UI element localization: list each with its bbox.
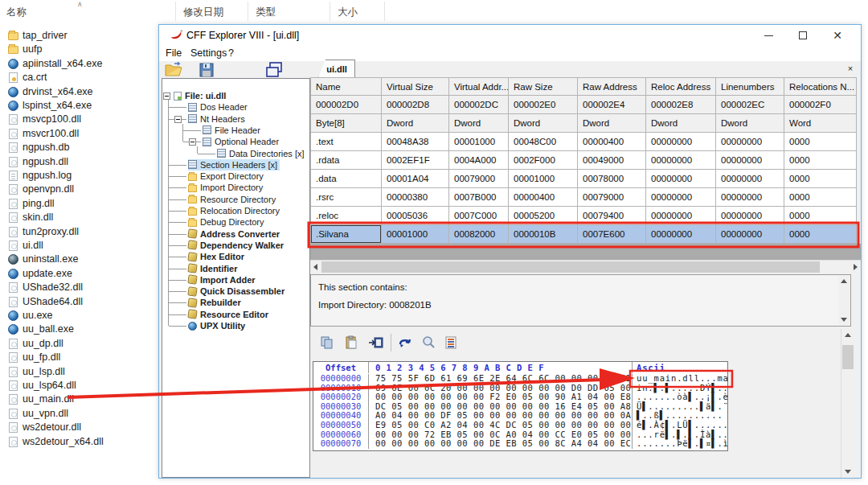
tab-ui-dll[interactable]: ui.dll xyxy=(318,60,355,78)
tree-item-file-header[interactable]: File Header xyxy=(162,125,309,136)
table-cell[interactable]: .text xyxy=(310,133,382,151)
tree-item-dos-header[interactable]: Dos Header xyxy=(162,101,309,113)
file-row[interactable]: msvcp100.dll xyxy=(0,113,161,126)
table-cell[interactable]: .rsrc xyxy=(310,188,382,207)
close-button[interactable]: ✕ xyxy=(821,25,854,46)
scrollbar-thumb[interactable] xyxy=(321,261,820,273)
collapse-toggle-icon[interactable] xyxy=(174,116,182,123)
table-cell[interactable]: 0000 xyxy=(784,170,857,188)
search-icon[interactable] xyxy=(421,335,436,350)
table-cell[interactable]: 00000000 xyxy=(716,207,784,225)
table-cell[interactable]: 00000400 xyxy=(509,188,578,207)
back-arrow-icon[interactable] xyxy=(397,335,413,350)
table-cell[interactable]: 0007E600 xyxy=(578,225,646,244)
table-cell[interactable]: Dword xyxy=(646,114,716,133)
table-cell[interactable]: 0000 xyxy=(784,207,857,225)
file-row[interactable]: uu_lsp.dll xyxy=(0,365,161,379)
menu-file[interactable]: File xyxy=(166,47,182,59)
tree-item-resource-directory[interactable]: Resource Directory xyxy=(162,194,309,205)
table-cell[interactable]: 00000000 xyxy=(646,225,716,244)
tree-item-data-directories-x[interactable]: Data Directories [x] xyxy=(162,148,309,159)
scroll-left-icon[interactable] xyxy=(313,264,317,270)
file-row[interactable]: uufp xyxy=(0,43,161,56)
table-cell[interactable]: 000002E8 xyxy=(646,96,716,114)
file-row[interactable]: ws2detour_x64.dll xyxy=(0,435,161,449)
table-cell[interactable]: 00000380 xyxy=(382,188,449,207)
tree-item-debug-directory[interactable]: Debug Directory xyxy=(162,216,309,228)
horizontal-scrollbar[interactable] xyxy=(310,260,861,273)
scroll-down-icon[interactable] xyxy=(841,318,847,322)
table-cell[interactable]: 000002EC xyxy=(716,96,784,114)
table-cell[interactable]: 00001000 xyxy=(509,170,578,188)
file-row[interactable]: msvcr100.dll xyxy=(0,127,161,141)
scroll-down-icon[interactable] xyxy=(845,470,851,474)
table-cell[interactable]: 00005036 xyxy=(382,207,449,225)
table-cell[interactable]: 00079000 xyxy=(449,170,509,188)
column-divider[interactable] xyxy=(175,2,176,21)
column-divider[interactable] xyxy=(384,2,385,21)
file-row[interactable]: uu_dp.dll xyxy=(0,337,161,351)
save-file-icon[interactable] xyxy=(198,62,215,78)
table-cell[interactable]: Raw Size xyxy=(509,77,578,96)
table-cell[interactable]: 000002E0 xyxy=(509,96,578,114)
scroll-up-icon[interactable] xyxy=(841,279,847,283)
file-row[interactable]: uu_ball.exe xyxy=(0,323,161,336)
table-cell[interactable]: 0000 xyxy=(784,151,857,170)
tree-item-rebuilder[interactable]: Rebuilder xyxy=(162,297,309,308)
tree-item-hex-editor[interactable]: Hex Editor xyxy=(162,251,309,262)
file-row[interactable]: ca.crt xyxy=(0,71,161,84)
table-cell[interactable]: 00000400 xyxy=(578,133,646,151)
column-divider[interactable] xyxy=(330,2,330,21)
table-cell[interactable]: 000002E4 xyxy=(578,96,646,114)
file-row[interactable]: tap_driver xyxy=(0,29,161,43)
table-cell[interactable]: 0000 xyxy=(784,133,857,151)
tree-item-file-ui-dll[interactable]: File: ui.dll xyxy=(162,90,309,101)
table-cell[interactable]: 00000000 xyxy=(646,188,716,207)
tree-item-optional-header[interactable]: Optional Header xyxy=(162,136,309,147)
table-cell[interactable]: 000002F0 xyxy=(784,96,857,114)
tree-item-nt-headers[interactable]: Nt Headers xyxy=(162,113,309,125)
table-cell[interactable]: Linenumbers xyxy=(716,77,784,96)
table-cell[interactable]: Virtual Size xyxy=(382,77,449,96)
table-cell[interactable]: 00000000 xyxy=(646,170,716,188)
file-row[interactable]: skin.dll xyxy=(0,211,161,224)
scroll-right-icon[interactable] xyxy=(854,264,858,270)
hex-bytes[interactable]: E9 05 00 C0 A2 04 00 4C DC 05 00 00 00 0… xyxy=(375,421,631,430)
switch-view-icon[interactable] xyxy=(264,60,286,80)
table-cell[interactable]: 000002DC xyxy=(449,96,509,114)
table-cell[interactable]: Reloc Address xyxy=(646,77,716,96)
explorer-column-modified[interactable]: 修改日期 xyxy=(183,6,223,19)
tree-item-section-headers-x[interactable]: Section Headers [x] xyxy=(162,159,309,171)
table-cell[interactable]: 0007B000 xyxy=(449,188,509,207)
file-row[interactable]: uu_vpn.dll xyxy=(0,407,161,421)
hex-bytes[interactable]: 00 00 00 00 00 00 00 DE EB 05 00 8C A4 0… xyxy=(375,439,631,449)
table-cell[interactable]: 00000000 xyxy=(716,170,784,188)
section-info-scrollbar[interactable] xyxy=(838,276,850,325)
file-row[interactable]: openvpn.dll xyxy=(0,183,161,196)
file-row[interactable]: ngpush.db xyxy=(0,141,161,154)
hex-ascii[interactable]: .......Þë▌.▌¤▌.ì xyxy=(632,439,723,449)
table-cell[interactable]: 0000010B xyxy=(509,225,578,244)
file-row[interactable]: apiinstall_x64.exe xyxy=(0,57,161,71)
table-cell[interactable]: 0002F000 xyxy=(509,151,578,170)
table-cell[interactable]: 00079000 xyxy=(578,188,646,207)
hex-bytes[interactable]: 75 75 5F 6D 61 69 6E 2E 64 6C 6C 00 00 0… xyxy=(375,374,631,384)
table-cell[interactable]: 00082000 xyxy=(449,225,509,244)
table-cell[interactable]: Relocations N... xyxy=(784,77,857,96)
table-cell[interactable]: Name xyxy=(310,77,382,96)
file-row[interactable]: UShade32.dll xyxy=(0,281,161,294)
collapse-toggle-icon[interactable] xyxy=(189,138,196,146)
maximize-button[interactable] xyxy=(787,25,819,46)
table-cell[interactable]: 00079400 xyxy=(578,207,646,225)
table-cell[interactable]: Dword xyxy=(716,114,784,133)
table-cell[interactable]: 00078000 xyxy=(578,170,646,188)
hex-row[interactable]: 00000050E9 05 00 C0 A2 04 00 4C DC 05 00… xyxy=(313,421,727,430)
file-row[interactable]: update.exe xyxy=(0,267,161,281)
section-row-rsrc[interactable]: .rsrc000003800007B0000000040000079000000… xyxy=(310,188,857,207)
paste-icon[interactable] xyxy=(344,335,358,350)
table-cell[interactable]: 00005200 xyxy=(509,207,578,225)
file-row[interactable]: uninstall.exe xyxy=(0,253,161,266)
table-cell[interactable]: 00001000 xyxy=(382,225,449,244)
file-row[interactable]: ping.dll xyxy=(0,197,161,211)
tree-item-import-directory[interactable]: Import Directory xyxy=(162,182,309,193)
